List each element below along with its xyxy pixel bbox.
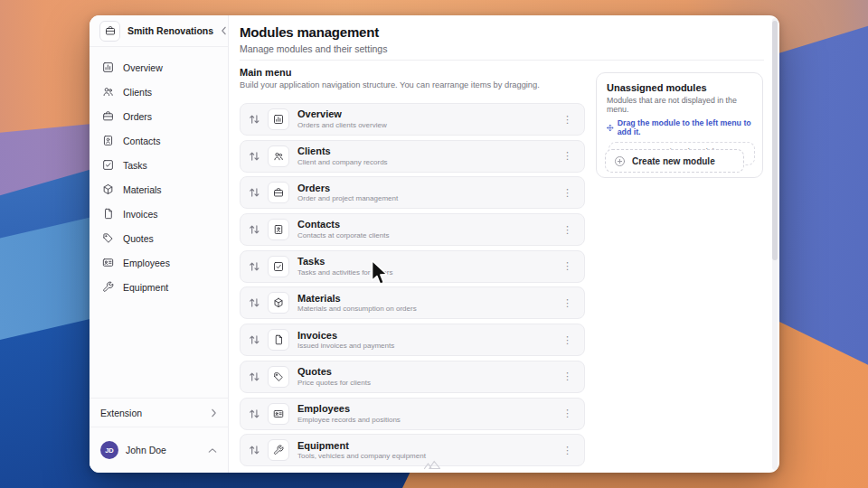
sidebar-item-materials[interactable]: Materials: [97, 177, 221, 202]
module-title: Orders: [297, 183, 560, 194]
module-title: Contacts: [297, 219, 560, 230]
module-title: Clients: [297, 145, 560, 157]
module-card-contacts[interactable]: Contacts Contacts at corporate clients ⋮: [240, 213, 585, 246]
sidebar-spacer: [90, 299, 228, 398]
drag-hint[interactable]: Drag the module to the left menu to add …: [607, 118, 752, 136]
chevron-up-icon: [208, 447, 217, 454]
module-text: Equipment Tools, vehicles and company eq…: [297, 440, 560, 461]
module-card-orders[interactable]: Orders Order and project management ⋮: [240, 176, 585, 209]
page-subtitle: Manage modules and their settings: [240, 43, 387, 54]
kebab-menu-icon[interactable]: ⋮: [560, 223, 575, 237]
panel-title: Unassigned modules: [607, 82, 752, 93]
kebab-menu-icon[interactable]: ⋮: [560, 407, 575, 420]
module-card-materials[interactable]: Materials Materials and consumption on o…: [240, 286, 585, 319]
sidebar-item-overview[interactable]: Overview: [97, 55, 221, 80]
drag-handle-icon[interactable]: [249, 297, 260, 308]
sidebar-item-clients[interactable]: Clients: [97, 80, 221, 104]
module-card-tasks[interactable]: Tasks Tasks and activities for orders ⋮: [240, 250, 585, 283]
module-text: Orders Order and project management: [297, 183, 560, 203]
header-divider: [240, 60, 764, 61]
sidebar-item-icon: [102, 208, 114, 220]
create-new-module-button[interactable]: Create new module: [605, 149, 744, 173]
sidebar-item-contacts[interactable]: Contacts: [97, 128, 221, 153]
kebab-menu-icon[interactable]: ⋮: [560, 149, 575, 163]
drag-handle-icon[interactable]: [249, 151, 260, 162]
module-description: Orders and clients overview: [297, 121, 560, 130]
module-icon: [268, 403, 289, 425]
unassigned-modules-panel: Unassigned modules Modules that are not …: [596, 72, 763, 178]
module-title: Materials: [297, 293, 560, 305]
module-icon: [268, 366, 289, 388]
main-menu-description: Build your application navigation struct…: [240, 80, 540, 89]
create-button-label: Create new module: [632, 156, 715, 166]
page-title: Modules management: [240, 24, 379, 40]
kebab-menu-icon[interactable]: ⋮: [560, 296, 575, 310]
sidebar-item-equipment[interactable]: Equipment: [97, 275, 221, 299]
sidebar-collapse-button[interactable]: [221, 26, 227, 35]
sidebar-item-employees[interactable]: Employees: [97, 250, 221, 275]
sidebar-item-icon: [102, 281, 114, 293]
module-icon: [268, 182, 289, 203]
drag-handle-icon[interactable]: [249, 371, 260, 382]
sidebar-item-quotes[interactable]: Quotes: [97, 226, 221, 250]
sidebar-item-icon: [102, 159, 114, 171]
main-content: Modules management Manage modules and th…: [229, 15, 779, 473]
module-description: Issued invoices and payments: [297, 342, 560, 351]
kebab-menu-icon[interactable]: ⋮: [560, 370, 575, 383]
user-menu[interactable]: JD John Doe: [90, 427, 228, 473]
kebab-menu-icon[interactable]: ⋮: [560, 259, 575, 273]
module-card-employees[interactable]: Employees Employee records and positions…: [240, 398, 585, 430]
module-title: Tasks: [297, 256, 560, 267]
module-description: Order and project management: [297, 194, 560, 203]
sidebar-item-icon: [102, 183, 114, 195]
drag-handle-icon[interactable]: [249, 114, 260, 125]
module-card-clients[interactable]: Clients Client and company records ⋮: [240, 140, 585, 173]
module-description: Price quotes for clients: [297, 379, 560, 388]
module-text: Quotes Price quotes for clients: [297, 366, 560, 387]
kebab-menu-icon[interactable]: ⋮: [560, 333, 575, 347]
sidebar-item-icon: [102, 257, 114, 268]
module-card-equipment[interactable]: Equipment Tools, vehicles and company eq…: [240, 434, 585, 466]
module-card-invoices[interactable]: Invoices Issued invoices and payments ⋮: [240, 324, 585, 356]
sidebar-item-icon: [102, 110, 114, 122]
sidebar-item-extension[interactable]: Extension: [90, 398, 228, 427]
sidebar-item-label: Overview: [123, 62, 163, 73]
module-text: Contacts Contacts at corporate clients: [297, 219, 560, 239]
module-title: Invoices: [297, 330, 560, 342]
module-title: Quotes: [297, 366, 560, 378]
drag-handle-icon[interactable]: [249, 445, 260, 455]
move-icon: [607, 124, 614, 132]
briefcase-icon: [99, 21, 120, 42]
sidebar-item-orders[interactable]: Orders: [97, 104, 221, 128]
kebab-menu-icon[interactable]: ⋮: [560, 113, 575, 127]
extension-label: Extension: [100, 408, 211, 418]
kebab-menu-icon[interactable]: ⋮: [560, 186, 575, 200]
drag-handle-icon[interactable]: [249, 187, 260, 198]
scrollbar-thumb[interactable]: [772, 21, 778, 260]
module-title: Overview: [297, 108, 560, 120]
kebab-menu-icon[interactable]: ⋮: [560, 444, 575, 457]
user-name: John Doe: [126, 445, 201, 455]
org-header[interactable]: Smith Renovations: [90, 15, 228, 47]
module-list: Overview Orders and clients overview ⋮ C…: [240, 103, 585, 471]
sidebar-item-invoices[interactable]: Invoices: [97, 202, 221, 226]
module-text: Materials Materials and consumption on o…: [297, 293, 560, 314]
sidebar-item-tasks[interactable]: Tasks: [97, 153, 221, 177]
drag-handle-icon[interactable]: [249, 224, 260, 235]
module-text: Employees Employee records and positions: [297, 403, 560, 424]
drag-handle-icon[interactable]: [249, 334, 260, 345]
sidebar-item-label: Materials: [123, 184, 162, 195]
module-card-overview[interactable]: Overview Orders and clients overview ⋮: [240, 103, 585, 136]
module-card-quotes[interactable]: Quotes Price quotes for clients ⋮: [240, 361, 585, 393]
sidebar-nav: Overview Clients Orders Contacts Tasks M…: [90, 47, 228, 299]
module-text: Overview Orders and clients overview: [297, 108, 560, 129]
module-icon: [268, 108, 289, 130]
module-icon: [268, 256, 289, 277]
drag-handle-icon[interactable]: [249, 261, 260, 272]
app-window: Smith Renovations Overview Clients Order…: [90, 15, 779, 473]
sidebar-item-label: Clients: [123, 87, 152, 98]
sidebar-item-label: Orders: [123, 111, 152, 122]
module-title: Equipment: [297, 440, 560, 452]
sidebar-item-icon: [102, 232, 114, 244]
drag-handle-icon[interactable]: [249, 408, 260, 419]
